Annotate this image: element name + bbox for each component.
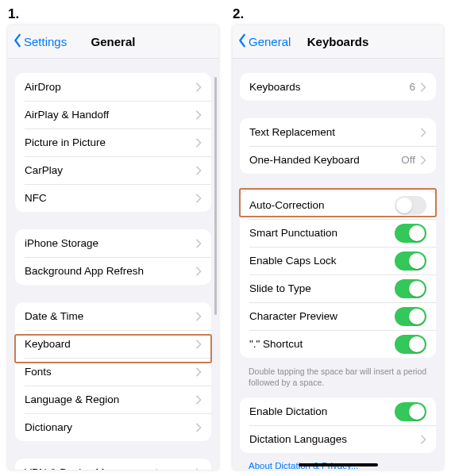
chevron-left-icon [237,33,249,50]
row-label: Smart Punctuation [249,227,395,239]
chevron-right-icon [195,468,202,470]
toggle-enable-dictation[interactable] [395,402,426,421]
chevron-right-icon [195,395,202,405]
row-auto-correction: Auto-Correction [240,191,436,219]
phone-panel-general: Settings General AirDrop AirPlay & Hando… [8,25,218,470]
row-label: Picture in Picture [25,136,195,148]
row-smart-punctuation: Smart Punctuation [240,219,436,247]
back-button-settings[interactable]: Settings [13,33,67,50]
chevron-right-icon [420,83,426,92]
row-label: One-Handed Keyboard [249,154,401,166]
phone-panel-keyboards: General Keyboards Keyboards 6 Text Repla… [233,25,443,470]
step-number-2: 2. [233,6,443,22]
row-slide-to-type: Slide to Type [240,274,436,302]
row-carplay[interactable]: CarPlay [15,156,211,184]
settings-group: Date & Time Keyboard Fonts Language & Re… [15,302,211,441]
settings-group: Auto-Correction Smart Punctuation Enable… [240,191,436,358]
row-label: AirDrop [25,81,195,93]
scrollbar[interactable] [214,77,217,315]
home-indicator[interactable] [299,463,378,466]
settings-group: iPhone Storage Background App Refresh [15,229,211,285]
chevron-right-icon [195,367,202,377]
row-dictionary[interactable]: Dictionary [15,413,211,441]
chevron-right-icon [195,312,202,321]
row-dictation-languages[interactable]: Dictation Languages [240,425,436,453]
page-title: Keyboards [307,35,369,48]
row-label: Fonts [25,366,195,378]
row-iphone-storage[interactable]: iPhone Storage [15,229,211,257]
row-background-app-refresh[interactable]: Background App Refresh [15,257,211,285]
chevron-right-icon [195,423,202,432]
row-label: Language & Region [25,393,195,405]
toggle-smart-punctuation[interactable] [395,224,426,243]
row-fonts[interactable]: Fonts [15,358,211,386]
row-label: Dictionary [25,421,195,433]
chevron-left-icon [13,33,24,50]
chevron-right-icon [195,138,202,148]
settings-group: VPN & Device Management [15,459,211,470]
row-language-region[interactable]: Language & Region [15,386,211,413]
chevron-right-icon [195,166,202,175]
row-nfc[interactable]: NFC [15,184,211,212]
row-label: iPhone Storage [25,237,195,249]
row-value: Off [401,154,415,166]
row-label: Slide to Type [249,282,395,294]
page-title: General [91,35,136,48]
back-label: Settings [24,35,67,48]
row-label: Text Replacement [249,126,420,138]
chevron-right-icon [420,155,426,165]
chevron-right-icon [195,239,202,248]
chevron-right-icon [195,194,202,203]
chevron-right-icon [195,110,202,120]
toggle-enable-caps-lock[interactable] [395,251,426,271]
row-period-shortcut: "." Shortcut [240,330,436,358]
row-one-handed-keyboard[interactable]: One-Handed Keyboard Off [240,146,436,174]
toggle-slide-to-type[interactable] [395,279,426,298]
row-date-time[interactable]: Date & Time [15,302,211,330]
row-label: Background App Refresh [25,265,195,277]
chevron-right-icon [420,435,426,444]
nav-bar: Settings General [8,25,218,59]
settings-group: Enable Dictation Dictation Languages [240,397,436,453]
row-label: VPN & Device Management [25,466,195,470]
row-label: Date & Time [25,310,195,322]
settings-group: Keyboards 6 [240,73,436,101]
row-airplay-handoff[interactable]: AirPlay & Handoff [15,101,211,129]
row-label: Keyboards [249,81,409,93]
row-vpn-device-management[interactable]: VPN & Device Management [15,459,211,470]
row-text-replacement[interactable]: Text Replacement [240,118,436,146]
row-label: NFC [25,192,195,204]
chevron-right-icon [195,267,202,276]
nav-bar: General Keyboards [233,25,443,59]
toggle-character-preview[interactable] [395,307,426,326]
row-label: "." Shortcut [249,338,395,350]
step-number-1: 1. [8,6,218,22]
row-enable-caps-lock: Enable Caps Lock [240,247,436,274]
row-picture-in-picture[interactable]: Picture in Picture [15,129,211,156]
settings-group: Text Replacement One-Handed Keyboard Off [240,118,436,174]
row-label: Enable Caps Lock [249,255,395,267]
row-keyboard[interactable]: Keyboard [15,330,211,358]
toggle-auto-correction[interactable] [395,196,426,215]
row-label: Keyboard [25,338,195,350]
toggle-period-shortcut[interactable] [395,335,426,354]
settings-group: AirDrop AirPlay & Handoff Picture in Pic… [15,73,211,212]
row-label: Dictation Languages [249,433,420,445]
chevron-right-icon [420,128,426,137]
back-label: General [249,35,291,48]
row-label: Character Preview [249,310,395,322]
row-airdrop[interactable]: AirDrop [15,73,211,101]
row-character-preview: Character Preview [240,302,436,330]
row-label: AirPlay & Handoff [25,109,195,121]
back-button-general[interactable]: General [237,33,291,50]
chevron-right-icon [195,83,202,92]
group-footer-text: Double tapping the space bar will insert… [233,366,443,397]
row-label: CarPlay [25,164,195,176]
row-enable-dictation: Enable Dictation [240,397,436,425]
row-label: Auto-Correction [249,199,395,211]
row-keyboards[interactable]: Keyboards 6 [240,73,436,101]
row-label: Enable Dictation [249,405,395,417]
row-value: 6 [409,81,415,93]
chevron-right-icon [195,340,202,349]
